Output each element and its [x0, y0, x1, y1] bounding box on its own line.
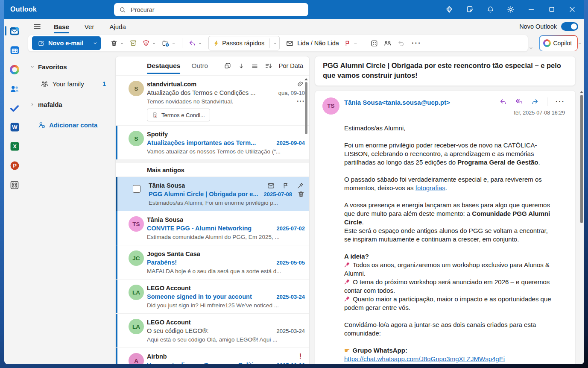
- powerpoint-icon: P: [9, 160, 20, 171]
- reply-icon[interactable]: [499, 98, 507, 106]
- email-row[interactable]: Sstandvirtual.comAtualização dos Termos …: [116, 76, 309, 126]
- close-icon[interactable]: [562, 0, 582, 19]
- sort-order-icon[interactable]: [265, 62, 272, 70]
- rail-todo[interactable]: [4, 98, 25, 118]
- search-icon: [119, 6, 126, 13]
- rail-mail[interactable]: [4, 21, 25, 41]
- rail-word[interactable]: W: [4, 118, 25, 137]
- email-row[interactable]: SSpotifyAtualizações importantes aos Ter…: [116, 126, 309, 160]
- search-input[interactable]: [130, 6, 303, 14]
- hamburger-menu-icon[interactable]: [31, 21, 44, 32]
- scrollbar-thumb[interactable]: [305, 82, 307, 134]
- settings-gear-icon[interactable]: [500, 0, 521, 19]
- filter-icon[interactable]: [251, 62, 258, 70]
- body-paragraph: O passado sábado foi verdadeiramente esp…: [344, 175, 555, 192]
- chevron-right-icon: [30, 102, 35, 107]
- premium-diamond-icon[interactable]: [439, 0, 459, 19]
- svg-text:W: W: [12, 124, 18, 131]
- email-group-header[interactable]: Mais antigos: [116, 163, 309, 177]
- folder-label: Your family: [53, 80, 84, 88]
- svg-text:X: X: [13, 144, 17, 150]
- move-folder-icon: [161, 39, 170, 47]
- mark-read-icon[interactable]: [267, 182, 275, 190]
- sort-by-date-button[interactable]: Por Data: [279, 62, 303, 69]
- rail-more-apps[interactable]: [4, 175, 25, 194]
- email-checkbox[interactable]: [133, 185, 140, 193]
- tab-outro[interactable]: Outro: [191, 56, 208, 75]
- ribbon-expander-icon[interactable]: [529, 46, 533, 50]
- message-more-options[interactable]: ···: [556, 98, 565, 106]
- email-row[interactable]: LALEGO AccountSomeone signed in to your …: [116, 280, 309, 314]
- contact-card-button[interactable]: [368, 36, 381, 50]
- email-row[interactable]: TSTânia SousaCONVITE PGG - Alumni Networ…: [116, 211, 309, 245]
- reply-all-icon[interactable]: [515, 97, 523, 106]
- tab-ver[interactable]: Ver: [84, 19, 95, 34]
- flag-button[interactable]: [342, 36, 360, 50]
- app-rail: W X P: [4, 19, 25, 364]
- favorites-header[interactable]: Favoritos: [29, 61, 115, 72]
- folder-your-family[interactable]: Your family 1: [29, 78, 115, 89]
- reading-scrollbar[interactable]: [579, 89, 584, 364]
- list-section-divider: [116, 160, 309, 163]
- report-shield-icon: [142, 39, 150, 47]
- new-mail-button[interactable]: Novo e-mail: [32, 36, 101, 50]
- email-row[interactable]: Tânia SousaPGG Alumni Circle | Obrigada …: [116, 177, 309, 211]
- email-subject: Atualização dos Termos e Condições ...: [147, 89, 274, 96]
- more-options-button[interactable]: ···: [407, 39, 426, 47]
- rail-powerpoint[interactable]: P: [4, 156, 25, 175]
- groups-button[interactable]: [381, 36, 395, 50]
- report-button[interactable]: [140, 36, 159, 50]
- email-row[interactable]: LALEGO AccountO seu código LEGO®:2025-03…: [116, 314, 309, 348]
- sender-avatar[interactable]: TS: [322, 97, 339, 115]
- message-list-header: Destaques Outro Por Data: [116, 56, 309, 76]
- maximize-icon[interactable]: [541, 0, 562, 19]
- attachment-chip[interactable]: Termos e Condi...: [147, 109, 210, 121]
- new-mail-dropdown[interactable]: [89, 36, 101, 50]
- email-sender: standvirtual.com: [147, 81, 196, 88]
- body-link[interactable]: fotografias: [415, 184, 445, 191]
- reply-button[interactable]: [186, 36, 205, 50]
- email-row[interactable]: AAirbnb!Vamos atualizar os Termos e a Po…: [116, 348, 309, 364]
- notifications-bell-icon[interactable]: [480, 0, 500, 19]
- scroll-up-arrow[interactable]: [304, 78, 308, 80]
- rail-people[interactable]: [4, 79, 25, 98]
- new-outlook-toggle[interactable]: [561, 22, 578, 31]
- body-link[interactable]: https://chat.whatsapp.com/J8qGnpo3mgXLZJ…: [344, 355, 505, 362]
- list-scrollbar[interactable]: [304, 77, 309, 364]
- notes-check-icon[interactable]: [459, 0, 480, 19]
- pin-icon[interactable]: [297, 182, 304, 189]
- sort-direction-icon[interactable]: [238, 62, 245, 70]
- tab-ajuda[interactable]: Ajuda: [108, 19, 126, 34]
- move-to-button[interactable]: [159, 36, 178, 50]
- minimize-icon[interactable]: [521, 0, 541, 19]
- rail-copilot[interactable]: [4, 60, 25, 79]
- tab-base[interactable]: Base: [53, 19, 70, 34]
- flag-icon[interactable]: [282, 182, 290, 189]
- body-link[interactable]: https://www.linkedin.com/groups/10154681…: [406, 364, 529, 364]
- archive-button[interactable]: [127, 36, 140, 50]
- contact-card-icon: [370, 39, 378, 47]
- svg-text:P: P: [13, 162, 17, 169]
- sender-name-email[interactable]: Tânia Sousa<tania.sousa@ucp.pt>: [344, 99, 450, 115]
- select-all-icon[interactable]: [224, 62, 231, 70]
- rail-excel[interactable]: X: [4, 137, 25, 156]
- read-unread-button[interactable]: Lida / Não Lida: [283, 36, 342, 50]
- rail-calendar[interactable]: [4, 41, 25, 60]
- attachment-paperclip-icon: [297, 81, 304, 88]
- add-account-button[interactable]: Adicionar conta: [29, 119, 115, 130]
- email-row[interactable]: JCJogos Santa CasaParabéns!2025-05-05MAF…: [116, 245, 309, 280]
- tab-destaques[interactable]: Destaques: [147, 56, 180, 75]
- undo-button[interactable]: [395, 36, 407, 50]
- email-date: 2025-05-05: [277, 259, 305, 266]
- delete-button[interactable]: [108, 36, 127, 50]
- scroll-up-arrow[interactable]: [580, 91, 583, 93]
- search-box[interactable]: [114, 3, 308, 16]
- quick-steps-button[interactable]: Passos rápidos: [208, 36, 280, 50]
- copilot-button[interactable]: Copilot: [539, 35, 578, 51]
- forward-icon[interactable]: [531, 98, 539, 106]
- account-mafalda[interactable]: mafalda: [29, 99, 115, 110]
- body-paragraph: Foi um enorme privilégio poder receber-v…: [344, 141, 555, 167]
- chevron-down-icon: [30, 65, 35, 69]
- pushpin-emoji-icon: [344, 296, 350, 302]
- scrollbar-thumb[interactable]: [580, 95, 583, 223]
